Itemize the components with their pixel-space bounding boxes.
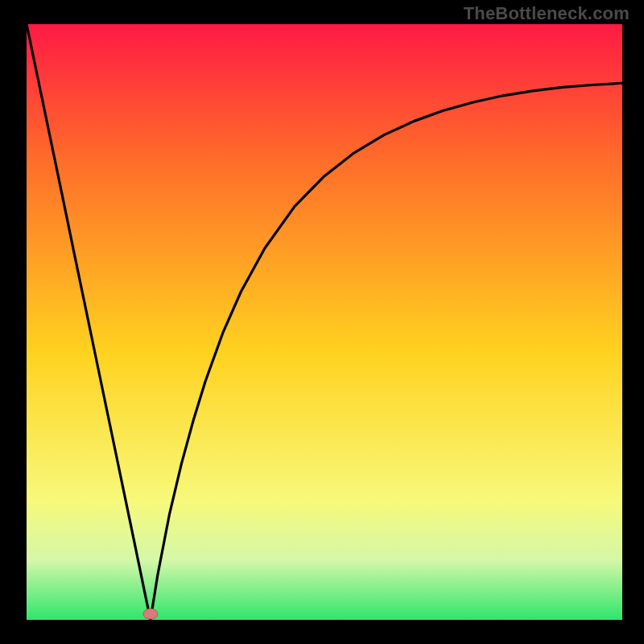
plot-area xyxy=(27,24,622,620)
gradient-background xyxy=(27,24,622,620)
optimal-point-marker xyxy=(143,609,158,619)
bottleneck-curve-chart xyxy=(27,24,622,620)
watermark-text: TheBottleneck.com xyxy=(464,3,630,24)
chart-frame: TheBottleneck.com xyxy=(0,0,644,644)
